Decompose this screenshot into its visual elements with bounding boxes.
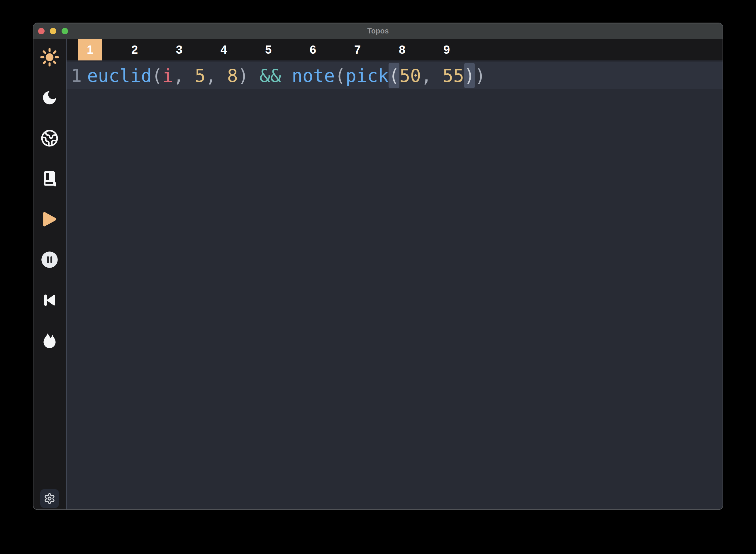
code-token: note <box>292 65 335 86</box>
docs-button[interactable] <box>40 170 59 187</box>
dark-theme-button[interactable] <box>40 89 59 107</box>
flame-button[interactable] <box>40 332 59 349</box>
sun-icon <box>40 48 59 67</box>
code-token: pick <box>346 65 389 86</box>
tab-label: 1 <box>78 39 102 60</box>
play-icon <box>40 210 59 228</box>
code-token: && <box>259 65 281 86</box>
code-line[interactable]: 1euclid(i, 5, 8) && note(pick(50, 55)) <box>67 62 722 89</box>
tab-8[interactable]: 8 <box>380 39 424 60</box>
code-token: ) <box>238 65 249 86</box>
skip-back-icon <box>41 292 58 309</box>
tab-5[interactable]: 5 <box>246 39 291 60</box>
sidebar <box>34 39 67 509</box>
code-token: ) <box>475 65 486 86</box>
app-window: Topos <box>33 22 723 510</box>
skip-back-button[interactable] <box>40 291 59 309</box>
tab-3[interactable]: 3 <box>157 39 201 60</box>
window-title: Topos <box>34 27 722 35</box>
play-button[interactable] <box>40 210 59 228</box>
titlebar: Topos <box>34 23 722 39</box>
tab-label: 4 <box>212 39 236 60</box>
code-editor[interactable]: 1euclid(i, 5, 8) && note(pick(50, 55)) <box>67 60 722 509</box>
code-token: 8 <box>227 65 238 86</box>
tab-bar: 123456789 <box>67 39 722 60</box>
main-area: 123456789 1euclid(i, 5, 8) && note(pick(… <box>67 39 722 509</box>
tab-label: 2 <box>123 39 147 60</box>
code-token <box>249 65 259 86</box>
code-token: euclid <box>87 65 151 86</box>
light-theme-button[interactable] <box>40 48 59 66</box>
tab-4[interactable]: 4 <box>201 39 246 60</box>
tab-label: 3 <box>167 39 191 60</box>
flame-icon <box>41 332 58 349</box>
globe-button[interactable] <box>40 129 59 147</box>
code-token: 50 <box>399 65 421 86</box>
tab-label: 8 <box>390 39 414 60</box>
tab-7[interactable]: 7 <box>335 39 380 60</box>
tab-label: 7 <box>345 39 370 60</box>
tab-1[interactable]: 1 <box>68 39 112 60</box>
tab-9[interactable]: 9 <box>424 39 469 60</box>
code-token: , <box>205 65 227 86</box>
code-line-tokens: euclid(i, 5, 8) && note(pick(50, 55)) <box>87 65 486 86</box>
tab-label: 5 <box>256 39 280 60</box>
code-token: , <box>173 65 195 86</box>
pause-button[interactable] <box>40 251 59 269</box>
moon-icon <box>41 89 58 107</box>
code-token: ) <box>464 63 475 88</box>
code-token: ( <box>335 65 346 86</box>
code-token: , <box>421 65 443 86</box>
book-icon <box>41 170 58 187</box>
settings-button[interactable] <box>40 489 59 508</box>
globe-icon <box>41 129 59 147</box>
code-token: ( <box>151 65 163 86</box>
tab-label: 6 <box>301 39 325 60</box>
code-token <box>281 65 292 86</box>
code-token: 5 <box>195 65 205 86</box>
code-token: i <box>163 65 173 86</box>
code-token: ( <box>389 63 399 88</box>
pause-icon <box>41 251 58 268</box>
tab-label: 9 <box>435 39 459 60</box>
tab-2[interactable]: 2 <box>112 39 157 60</box>
code-token: 55 <box>443 65 464 86</box>
line-number: 1 <box>71 65 87 86</box>
settings-gear-icon <box>44 493 55 504</box>
tab-6[interactable]: 6 <box>291 39 335 60</box>
